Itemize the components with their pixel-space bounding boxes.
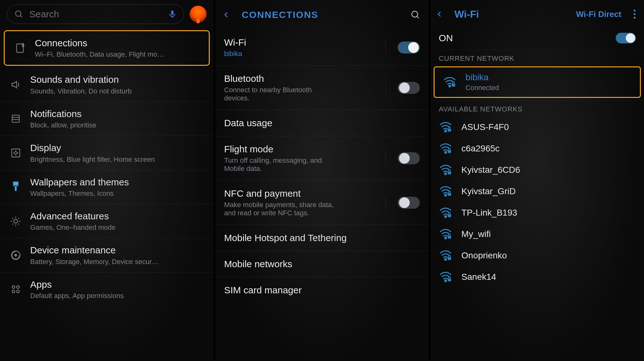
brush-icon (9, 181, 23, 193)
header-title: CONNECTIONS (242, 9, 402, 20)
svg-rect-30 (448, 150, 451, 153)
svg-point-33 (445, 194, 447, 196)
item-title: Sounds and vibration (30, 74, 206, 85)
conn-item-wifi[interactable]: Wi-Fi bibika (215, 30, 429, 66)
svg-point-20 (412, 11, 418, 17)
settings-item-sounds[interactable]: Sounds and vibrationSounds, Vibration, D… (0, 68, 214, 102)
svg-point-24 (634, 17, 636, 19)
wifi-lock-icon (439, 121, 452, 133)
settings-item-notifications[interactable]: NotificationsBlock, allow, prioritise (0, 102, 214, 136)
svg-point-41 (445, 280, 447, 282)
notifications-icon (9, 113, 23, 124)
back-icon[interactable] (433, 8, 446, 21)
item-title: Apps (30, 279, 206, 290)
search-icon[interactable] (410, 10, 420, 20)
item-sub: Make mobile payments, share data, and re… (224, 201, 337, 217)
svg-point-31 (445, 173, 447, 175)
item-sub: Wallpapers, Themes, Icons (30, 189, 206, 198)
svg-point-17 (17, 286, 19, 289)
divider (386, 40, 386, 55)
svg-point-23 (634, 13, 636, 15)
network-item[interactable]: Onoprienko (430, 245, 644, 266)
display-icon (9, 148, 23, 158)
wifi-direct-button[interactable]: Wi-Fi Direct (576, 9, 621, 19)
search-row: Search (0, 0, 214, 27)
svg-point-29 (445, 151, 447, 153)
available-networks: ASUS-F4F0c6a2965cKyivstar_6CD6Kyivstar_G… (430, 116, 644, 288)
settings-panel: Search Connections Wi–Fi, Bluetooth, Dat… (0, 0, 214, 361)
wifi-lock-icon (439, 250, 452, 261)
settings-item-advanced[interactable]: Advanced featuresGames, One–handed mode (0, 204, 214, 238)
settings-item-connections[interactable]: Connections Wi–Fi, Bluetooth, Data usage… (5, 31, 209, 65)
settings-item-display[interactable]: DisplayBrightness, Blue light filter, Ho… (0, 136, 214, 170)
current-network[interactable]: bibika Connected (435, 67, 640, 97)
more-icon[interactable] (628, 9, 638, 19)
network-item[interactable]: ASUS-F4F0 (430, 116, 644, 138)
network-item[interactable]: TP-Link_B193 (430, 202, 644, 223)
conn-item-bluetooth[interactable]: Bluetooth Connect to nearby Bluetooth de… (215, 66, 429, 110)
settings-item-wallpapers[interactable]: Wallpapers and themesWallpapers, Themes,… (0, 170, 214, 204)
mic-icon[interactable] (168, 9, 177, 20)
svg-line-21 (417, 16, 419, 18)
svg-point-25 (449, 85, 451, 87)
conn-item-hotspot[interactable]: Mobile Hotspot and Tethering (215, 225, 429, 251)
svg-rect-28 (448, 129, 451, 132)
item-sub: Brightness, Blue light filter, Home scre… (30, 155, 206, 164)
network-item[interactable]: Sanek14 (430, 266, 644, 288)
wifi-lock-icon (439, 207, 452, 218)
conn-item-nfc[interactable]: NFC and payment Make mobile payments, sh… (215, 181, 429, 225)
settings-item-apps[interactable]: AppsDefault apps, App permissions (0, 273, 214, 306)
search-input[interactable]: Search (7, 4, 184, 24)
svg-rect-36 (448, 214, 451, 217)
network-item[interactable]: Kyivstar_6CD6 (430, 159, 644, 181)
highlighted-current-network: bibika Connected (434, 66, 641, 98)
svg-point-35 (445, 216, 447, 217)
settings-list: Connections Wi–Fi, Bluetooth, Data usage… (0, 27, 214, 307)
flight-toggle[interactable] (398, 152, 420, 164)
svg-point-0 (15, 11, 21, 16)
wifi-lock-icon (439, 164, 452, 176)
connections-header: CONNECTIONS (215, 0, 429, 30)
ssid: Kyivstar_6CD6 (461, 165, 636, 175)
settings-item-maintenance[interactable]: Device maintenanceBattery, Storage, Memo… (0, 238, 214, 272)
highlighted-connections: Connections Wi–Fi, Bluetooth, Data usage… (4, 30, 210, 66)
wifi-lock-icon (439, 228, 452, 240)
bluetooth-toggle[interactable] (398, 82, 420, 94)
status: Connected (465, 84, 632, 92)
svg-rect-38 (448, 236, 451, 239)
svg-rect-26 (452, 84, 455, 87)
advanced-icon (9, 216, 23, 227)
conn-item-mobilenetworks[interactable]: Mobile networks (215, 251, 429, 277)
connections-icon (14, 42, 27, 54)
search-icon (14, 9, 24, 19)
item-title: NFC and payment (224, 188, 378, 199)
profile-avatar[interactable] (190, 6, 207, 23)
wifi-lock-icon (439, 143, 452, 154)
item-title: Display (30, 142, 206, 153)
item-sub: Games, One–handed mode (30, 223, 206, 232)
ssid: TP-Link_B193 (461, 208, 636, 218)
item-title: Wi-Fi (224, 37, 378, 48)
ssid: My_wifi (461, 229, 636, 239)
item-sub: Connect to nearby Bluetooth devices. (224, 86, 337, 102)
wifi-panel: Wi-Fi Wi-Fi Direct ON CURRENT NETWORK bi… (430, 0, 644, 361)
svg-rect-10 (13, 182, 19, 185)
conn-item-datausage[interactable]: Data usage (215, 110, 429, 136)
svg-rect-32 (448, 172, 451, 174)
nfc-toggle[interactable] (398, 197, 420, 209)
network-item[interactable]: My_wifi (430, 223, 644, 245)
back-icon[interactable] (220, 8, 233, 21)
svg-point-39 (445, 258, 447, 260)
network-item[interactable]: c6a2965c (430, 138, 644, 159)
conn-item-flightmode[interactable]: Flight mode Turn off calling, messaging,… (215, 136, 429, 181)
ssid: Kyivstar_GriD (461, 186, 636, 196)
conn-item-sim[interactable]: SIM card manager (215, 277, 429, 303)
item-texts: Connections Wi–Fi, Bluetooth, Data usage… (35, 37, 201, 59)
wifi-toggle[interactable] (398, 42, 420, 54)
item-title: Notifications (30, 108, 206, 119)
maintenance-icon (9, 250, 23, 261)
svg-rect-8 (12, 149, 20, 157)
network-item[interactable]: Kyivstar_GriD (430, 181, 644, 202)
svg-point-15 (15, 254, 17, 256)
wifi-master-toggle[interactable] (616, 33, 636, 43)
